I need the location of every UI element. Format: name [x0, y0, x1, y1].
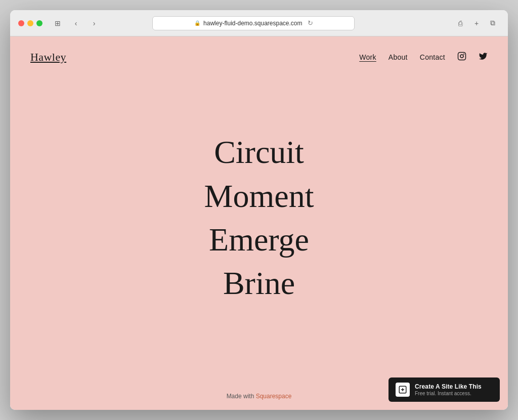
close-button[interactable]: [18, 20, 24, 26]
svg-point-2: [464, 54, 464, 55]
site-nav: Work About Contact: [359, 52, 488, 63]
squarespace-badge-text: Create A Site Like This Free trial. Inst…: [415, 383, 482, 396]
minimize-button[interactable]: [27, 20, 33, 26]
work-item-moment[interactable]: Moment: [204, 175, 314, 218]
site-header: Hawley Work About Contact: [10, 36, 508, 74]
new-tab-button[interactable]: +: [469, 16, 484, 30]
traffic-lights: [18, 20, 42, 26]
url-text: hawley-fluid-demo.squarespace.com: [203, 20, 302, 27]
squarespace-badge-icon: [396, 383, 410, 397]
website: Hawley Work About Contact: [10, 36, 508, 410]
nav-work[interactable]: Work: [359, 53, 376, 61]
lock-icon: 🔒: [194, 20, 200, 26]
nav-contact[interactable]: Contact: [420, 53, 445, 61]
twitter-icon[interactable]: [479, 52, 488, 63]
fullscreen-button[interactable]: [36, 20, 42, 26]
svg-rect-0: [458, 53, 466, 60]
svg-point-1: [460, 55, 463, 58]
badge-subtitle: Free trial. Instant access.: [415, 391, 482, 396]
work-item-brine[interactable]: Brine: [223, 262, 295, 305]
squarespace-link[interactable]: Squarespace: [256, 393, 292, 400]
forward-button[interactable]: ›: [87, 16, 101, 30]
nav-about[interactable]: About: [388, 53, 408, 61]
squarespace-badge[interactable]: Create A Site Like This Free trial. Inst…: [388, 377, 500, 402]
work-item-emerge[interactable]: Emerge: [209, 218, 309, 262]
badge-title: Create A Site Like This: [415, 383, 482, 390]
sidebar-toggle-button[interactable]: ⊞: [51, 16, 65, 30]
browser-window: ⊞ ‹ › 🔒 hawley-fluid-demo.squarespace.co…: [10, 10, 508, 410]
share-button[interactable]: ⎙: [453, 16, 467, 30]
work-item-circuit[interactable]: Circuit: [214, 131, 304, 174]
duplicate-button[interactable]: ⧉: [486, 16, 500, 30]
instagram-icon[interactable]: [457, 52, 466, 63]
browser-right-buttons: ⎙ + ⧉: [453, 16, 500, 30]
site-logo[interactable]: Hawley: [30, 51, 66, 64]
browser-chrome: ⊞ ‹ › 🔒 hawley-fluid-demo.squarespace.co…: [10, 10, 508, 36]
reload-icon[interactable]: ↻: [308, 19, 313, 27]
footer-text: Made with: [227, 393, 256, 400]
address-bar[interactable]: 🔒 hawley-fluid-demo.squarespace.com ↻: [152, 16, 355, 30]
site-main: Circuit Moment Emerge Brine: [10, 74, 508, 383]
back-button[interactable]: ‹: [69, 16, 83, 30]
